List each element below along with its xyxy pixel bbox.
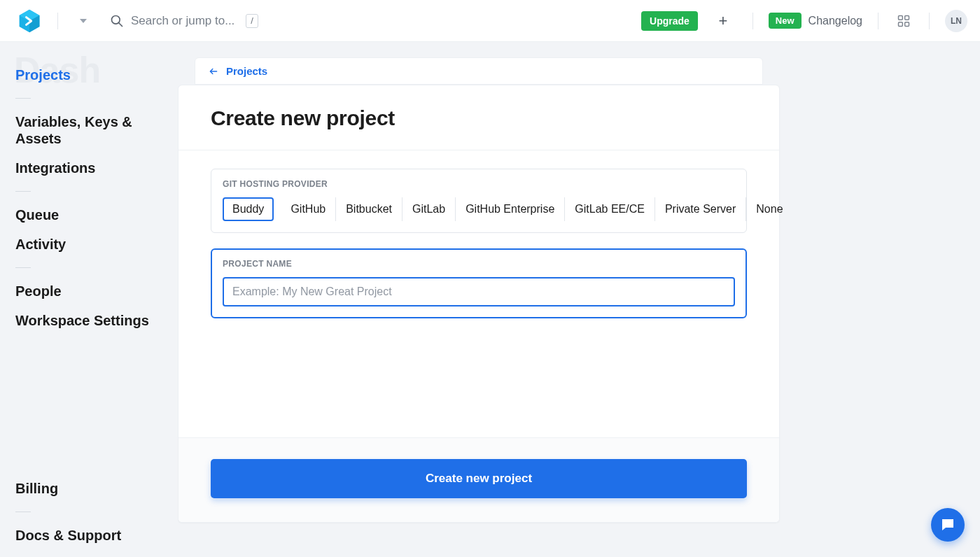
breadcrumb-bar: Projects xyxy=(195,57,763,85)
svg-rect-7 xyxy=(899,22,903,26)
grid-icon xyxy=(897,14,911,28)
provider-option-private-server[interactable]: Private Server xyxy=(655,197,746,221)
header-divider xyxy=(752,13,753,29)
apps-grid-button[interactable] xyxy=(894,11,913,31)
create-project-button[interactable]: Create new project xyxy=(211,459,747,498)
sidebar-item-billing[interactable]: Billing xyxy=(15,474,162,503)
provider-option-github-enterprise[interactable]: GitHub Enterprise xyxy=(456,197,565,221)
create-project-card: Create new project GIT HOSTING PROVIDER … xyxy=(178,85,780,523)
sidebar-separator xyxy=(15,191,31,192)
svg-line-4 xyxy=(119,22,122,26)
header-divider xyxy=(878,13,878,29)
chevron-down-icon xyxy=(79,17,88,25)
sidebar-separator xyxy=(15,512,31,512)
workspace-dropdown[interactable] xyxy=(74,13,93,29)
search-icon xyxy=(110,14,124,28)
provider-option-buddy[interactable]: Buddy xyxy=(223,197,274,221)
sidebar: Dash Projects Variables, Keys & Assets I… xyxy=(0,42,178,557)
chat-icon xyxy=(939,516,956,533)
sidebar-item-docs-support[interactable]: Docs & Support xyxy=(15,521,162,550)
provider-option-bitbucket[interactable]: Bitbucket xyxy=(336,197,402,221)
provider-option-gitlab[interactable]: GitLab xyxy=(402,197,456,221)
header-divider xyxy=(57,13,58,29)
app-header: Search or jump to... / Upgrade + New Cha… xyxy=(0,0,980,42)
sidebar-item-people[interactable]: People xyxy=(15,276,162,306)
git-provider-field: GIT HOSTING PROVIDER Buddy GitHub Bitbuc… xyxy=(211,169,747,233)
app-logo[interactable] xyxy=(17,8,42,34)
changelog-label: Changelog xyxy=(808,15,862,27)
provider-option-gitlab-ee-ce[interactable]: GitLab EE/CE xyxy=(565,197,655,221)
card-header: Create new project xyxy=(178,85,779,150)
svg-rect-5 xyxy=(899,15,903,20)
git-provider-options: Buddy GitHub Bitbucket GitLab GitHub Ent… xyxy=(223,197,735,221)
sidebar-separator xyxy=(15,98,31,99)
sidebar-item-queue[interactable]: Queue xyxy=(15,200,162,230)
sidebar-item-variables[interactable]: Variables, Keys & Assets xyxy=(15,107,162,153)
sidebar-separator xyxy=(15,267,31,268)
breadcrumb-projects-link[interactable]: Projects xyxy=(226,65,267,77)
upgrade-button[interactable]: Upgrade xyxy=(641,11,698,31)
provider-option-none[interactable]: None xyxy=(746,197,792,221)
git-provider-label: GIT HOSTING PROVIDER xyxy=(223,179,735,189)
sidebar-item-workspace-settings[interactable]: Workspace Settings xyxy=(15,306,162,335)
chat-support-fab[interactable] xyxy=(931,508,965,542)
sidebar-item-projects[interactable]: Projects xyxy=(15,60,162,90)
svg-rect-6 xyxy=(905,15,909,20)
plus-icon: + xyxy=(718,12,727,30)
changelog-link[interactable]: New Changelog xyxy=(769,13,862,29)
new-badge: New xyxy=(769,13,802,29)
project-name-input[interactable] xyxy=(223,277,735,306)
user-avatar[interactable]: LN xyxy=(945,10,967,32)
search-shortcut-badge: / xyxy=(246,14,258,28)
main-content: Projects Create new project GIT HOSTING … xyxy=(178,42,980,557)
page-title: Create new project xyxy=(211,106,747,130)
header-divider xyxy=(929,13,930,29)
card-footer: Create new project xyxy=(178,437,779,522)
svg-rect-8 xyxy=(905,22,909,26)
create-button[interactable]: + xyxy=(712,10,734,32)
arrow-left-icon xyxy=(208,66,219,76)
sidebar-item-activity[interactable]: Activity xyxy=(15,230,162,259)
provider-option-github[interactable]: GitHub xyxy=(281,197,336,221)
search-placeholder-text: Search or jump to... xyxy=(131,14,234,28)
sidebar-item-integrations[interactable]: Integrations xyxy=(15,153,162,183)
project-name-label: PROJECT NAME xyxy=(223,259,735,269)
project-name-field: PROJECT NAME xyxy=(211,248,747,318)
global-search[interactable]: Search or jump to... / xyxy=(110,14,630,28)
